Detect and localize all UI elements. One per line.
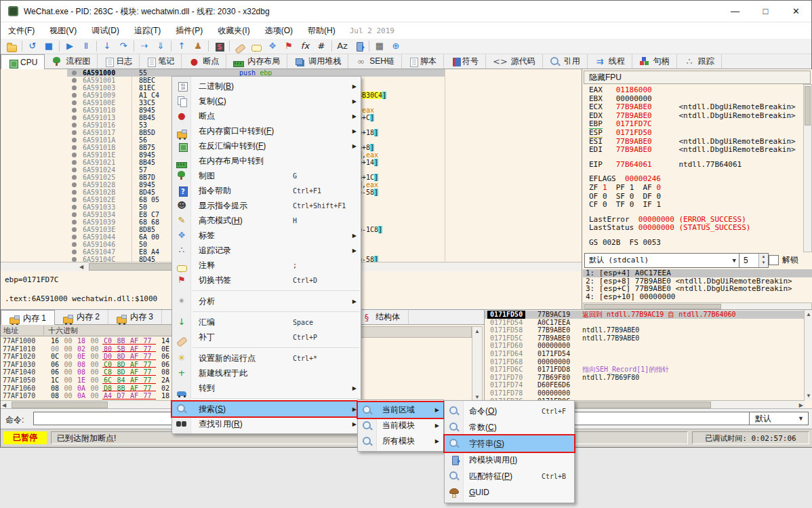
scroll-up-icon[interactable]: ▲	[474, 328, 480, 335]
menu-item-show-mnemonic-brief[interactable]: ☻显示指令提示Ctrl+Shift+F1	[172, 198, 361, 213]
memory-tab-2[interactable]: 内存 2	[55, 310, 108, 324]
menu-item-set-new-origin[interactable]: ✳设置新的运行点Ctrl+*	[172, 351, 361, 366]
breakpoint-bullet-icon[interactable]	[72, 220, 77, 224]
step-into-button[interactable]: ↓	[99, 39, 115, 53]
breakpoint-bullet-icon[interactable]	[72, 138, 77, 142]
open-file-button[interactable]	[3, 39, 20, 53]
tab-trace[interactable]: ∴跟踪	[677, 54, 722, 69]
functions-button[interactable]: fx	[297, 39, 313, 53]
stack-row[interactable]: 0171FD54A0C17EEA	[485, 319, 804, 327]
breakpoint-bullet-icon[interactable]	[72, 197, 77, 202]
tab-log[interactable]: 日志	[98, 54, 140, 69]
menu-item-instruction-help[interactable]: 指令帮助Ctrl+F1	[172, 183, 361, 198]
scroll-up-icon[interactable]: ▲	[806, 311, 811, 318]
tab-seh[interactable]: ∞SEH链	[348, 54, 402, 69]
stack-row[interactable]: 0171FD6000000000	[485, 342, 804, 350]
preferences-globe-button[interactable]: ⊕	[388, 39, 404, 53]
hash-button[interactable]: #	[313, 39, 329, 53]
breakpoint-bullet-icon[interactable]	[72, 175, 77, 180]
menu-item-create-new-thread[interactable]: +新建线程于此	[172, 366, 361, 380]
menu-item-follow-in-memory-map[interactable]: 在内存布局中转到	[172, 153, 361, 168]
maximize-button[interactable]: □	[750, 1, 781, 22]
menubar-item[interactable]: 视图(V)	[42, 22, 84, 39]
execute-till-return-button[interactable]: ↑	[174, 39, 190, 53]
menu-item-search-guid[interactable]: GUID	[445, 484, 574, 501]
menu-item-search-current-module[interactable]: 当前模块▶	[358, 418, 443, 433]
menu-item-search-constant[interactable]: 常数(C)	[445, 419, 574, 435]
menu-item-assemble[interactable]: ↓汇编Space	[172, 315, 361, 330]
menu-item-breakpoint[interactable]: ●断点▶	[172, 109, 361, 123]
memory-tab-3[interactable]: 内存 3	[108, 310, 162, 324]
breakpoint-bullet-icon[interactable]	[72, 250, 77, 254]
breakpoint-bullet-icon[interactable]	[72, 85, 77, 90]
breakpoint-bullet-icon[interactable]	[72, 115, 77, 120]
menu-item-binary[interactable]: 二进制(B)▶	[172, 79, 361, 94]
breakpoint-bullet-icon[interactable]	[72, 168, 77, 172]
breakpoint-bullet-icon[interactable]	[72, 145, 77, 150]
tab-call-stack[interactable]: 调用堆栈	[287, 54, 348, 69]
menu-item-analysis[interactable]: ✴分析▶	[172, 294, 361, 309]
title-bar[interactable]: WeChat.exe - PID: 263C - 模块: wechatwin.d…	[1, 1, 811, 22]
hide-fpu-button[interactable]: 隐藏FPU	[584, 71, 811, 84]
stack-row[interactable]: 0171FD7800000000	[485, 389, 804, 397]
breakpoint-bullet-icon[interactable]	[72, 153, 77, 157]
argument-row[interactable]: 1: [esp+4] A0C17EEA	[583, 269, 812, 277]
stack-row[interactable]: 0171FD5C77B9ABE0ntdll.77B9ABE0	[485, 334, 804, 343]
tab-source[interactable]: <>源代码	[486, 54, 543, 69]
menu-item-search-all-modules[interactable]: 所有模块▶	[358, 433, 443, 449]
tab-handles[interactable]: 句柄	[632, 54, 677, 69]
stack-row[interactable]: 0171FD6C0171FDD8指向SEH_Record[1]的指针	[485, 366, 804, 374]
stack-row[interactable]: 0171FD5877B9ABE0ntdll.77B9ABE0	[485, 326, 804, 334]
breakpoint-bullet-icon[interactable]	[72, 100, 77, 105]
breakpoint-bullet-icon[interactable]	[72, 212, 77, 217]
tab-breakpoints[interactable]: ●断点	[182, 54, 226, 69]
stack-pane[interactable]: 0171FD5077B9AC19返回到 ntdll.77B9AC19 自 ntd…	[484, 310, 812, 408]
stepper-arrows-icon[interactable]: ▲▼	[758, 254, 768, 267]
stack-row[interactable]: 0171FD640171FD54	[485, 350, 804, 358]
tab-threads[interactable]: ⇉线程	[588, 54, 632, 69]
locals-tab-2[interactable]: §结构体	[353, 310, 409, 324]
patch-button[interactable]	[232, 39, 248, 53]
tab-notes[interactable]: 笔记	[140, 54, 182, 69]
stack-row[interactable]: 0171FD6800000000	[485, 358, 804, 366]
stack-row[interactable]: 0171FD74D60FE6D6	[485, 381, 804, 389]
menu-item-follow-in-disassembler[interactable]: 在反汇编中转到(F)▶	[172, 138, 361, 153]
menu-item-goto[interactable]: 转到▶	[172, 380, 361, 395]
menu-item-comment[interactable]: 注释;	[172, 258, 361, 273]
breakpoint-bullet-icon[interactable]	[72, 71, 77, 75]
menu-item-toggle-bookmark[interactable]: ⚑切换书签Ctrl+D	[172, 273, 361, 288]
menu-item-trace-record[interactable]: ∴追踪记录▶	[172, 243, 361, 258]
command-profile-select[interactable]: 默认 ▼	[749, 412, 809, 425]
menu-item-search[interactable]: 搜索(S)▶	[172, 402, 361, 416]
menubar-item[interactable]: 调试(D)	[84, 22, 127, 39]
menubar-item[interactable]: 选项(O)	[258, 22, 300, 39]
breakpoint-bullet-icon[interactable]	[72, 235, 77, 239]
menubar-item[interactable]: 帮助(H)	[300, 22, 343, 39]
scroll-left-icon[interactable]: ◀	[79, 263, 83, 271]
cross-references-button[interactable]	[350, 39, 367, 53]
menu-item-graph[interactable]: 制图G	[172, 168, 361, 183]
close-button[interactable]: ✕	[781, 1, 811, 22]
breakpoint-bullet-icon[interactable]	[72, 257, 77, 262]
menu-item-search-current-region[interactable]: 当前区域▶	[358, 402, 443, 418]
menu-item-patch[interactable]: 补丁Ctrl+P	[172, 330, 361, 345]
minimize-button[interactable]: —	[720, 1, 750, 22]
breakpoint-bullet-icon[interactable]	[72, 130, 77, 135]
run-to-cursor-button[interactable]: ⇢	[136, 39, 153, 53]
labels-button[interactable]: ❖	[264, 39, 281, 53]
menubar-item[interactable]: 文件(F)	[1, 22, 42, 39]
breakpoint-bullet-icon[interactable]	[72, 242, 77, 247]
registers-vscrollbar[interactable]	[803, 84, 812, 252]
breakpoint-bullet-icon[interactable]	[72, 123, 77, 128]
breakpoint-bullet-icon[interactable]	[72, 78, 77, 83]
memory-tab-1[interactable]: 内存 1	[1, 310, 55, 326]
menubar-item[interactable]: 收藏夹(I)	[210, 22, 257, 39]
menubar-item[interactable]: 追踪(T)	[127, 22, 168, 39]
tab-cpu[interactable]: CPU	[1, 54, 45, 71]
stop-button[interactable]: ■	[41, 39, 57, 53]
argument-row[interactable]: 4: [esp+10] 00000000	[583, 293, 812, 301]
menu-item-label[interactable]: ❖标签▶	[172, 228, 361, 243]
tab-symbols[interactable]: 符号	[444, 54, 486, 69]
menu-item-search-string-references[interactable]: 字符串(S)	[445, 435, 574, 452]
stack-row[interactable]: 0171FD5077B9AC19返回到 ntdll.77B9AC19 自 ntd…	[485, 311, 804, 319]
